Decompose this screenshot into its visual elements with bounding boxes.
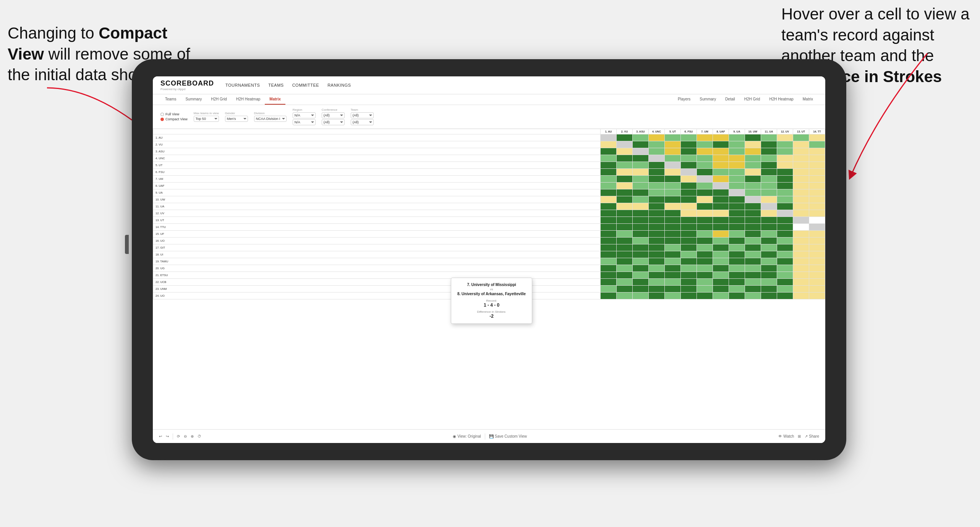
matrix-cell[interactable] bbox=[745, 272, 761, 279]
matrix-cell[interactable] bbox=[617, 279, 633, 286]
matrix-cell[interactable] bbox=[681, 162, 697, 169]
matrix-cell[interactable] bbox=[729, 279, 745, 286]
matrix-cell[interactable] bbox=[601, 196, 617, 203]
division-select[interactable]: NCAA Division I bbox=[254, 116, 287, 122]
matrix-cell[interactable] bbox=[617, 217, 633, 224]
matrix-cell[interactable] bbox=[777, 272, 793, 279]
matrix-cell[interactable] bbox=[665, 279, 681, 286]
matrix-cell[interactable] bbox=[793, 251, 809, 258]
gender-select[interactable]: Men's bbox=[225, 116, 248, 122]
matrix-cell[interactable] bbox=[617, 141, 633, 148]
matrix-cell[interactable] bbox=[745, 279, 761, 286]
matrix-cell[interactable] bbox=[601, 148, 617, 155]
matrix-cell[interactable] bbox=[601, 272, 617, 279]
matrix-cell[interactable] bbox=[601, 162, 617, 169]
matrix-cell[interactable] bbox=[665, 224, 681, 231]
matrix-cell[interactable] bbox=[681, 238, 697, 244]
matrix-cell[interactable] bbox=[697, 286, 713, 293]
matrix-cell[interactable] bbox=[761, 155, 777, 162]
matrix-cell[interactable] bbox=[809, 183, 825, 189]
matrix-cell[interactable] bbox=[777, 176, 793, 183]
matrix-cell[interactable] bbox=[761, 189, 777, 196]
matrix-cell[interactable] bbox=[601, 231, 617, 238]
matrix-cell[interactable] bbox=[633, 217, 649, 224]
matrix-cell[interactable] bbox=[777, 189, 793, 196]
matrix-cell[interactable] bbox=[777, 231, 793, 238]
matrix-cell[interactable] bbox=[697, 176, 713, 183]
matrix-cell[interactable] bbox=[649, 196, 665, 203]
nav-committee[interactable]: COMMITTEE bbox=[292, 83, 319, 87]
matrix-cell[interactable] bbox=[665, 217, 681, 224]
matrix-cell[interactable] bbox=[777, 238, 793, 244]
redo-button[interactable]: ↪ bbox=[166, 434, 169, 438]
matrix-cell[interactable] bbox=[729, 203, 745, 210]
matrix-cell[interactable] bbox=[713, 293, 729, 299]
matrix-cell[interactable] bbox=[617, 162, 633, 169]
matrix-cell[interactable] bbox=[761, 293, 777, 299]
matrix-cell[interactable] bbox=[793, 265, 809, 272]
matrix-cell[interactable] bbox=[665, 272, 681, 279]
matrix-cell[interactable] bbox=[601, 238, 617, 244]
matrix-cell[interactable] bbox=[633, 231, 649, 238]
matrix-cell[interactable] bbox=[601, 258, 617, 265]
team-select-1[interactable]: (All) bbox=[351, 112, 374, 118]
matrix-cell[interactable] bbox=[713, 169, 729, 176]
matrix-cell[interactable] bbox=[665, 258, 681, 265]
matrix-cell[interactable] bbox=[793, 162, 809, 169]
matrix-cell[interactable] bbox=[745, 183, 761, 189]
matrix-cell[interactable] bbox=[713, 196, 729, 203]
matrix-cell[interactable] bbox=[793, 148, 809, 155]
matrix-cell[interactable] bbox=[809, 217, 825, 224]
matrix-cell[interactable] bbox=[697, 141, 713, 148]
matrix-cell[interactable] bbox=[793, 286, 809, 293]
matrix-cell[interactable] bbox=[633, 279, 649, 286]
matrix-cell[interactable] bbox=[649, 210, 665, 217]
matrix-cell[interactable] bbox=[633, 272, 649, 279]
matrix-cell[interactable] bbox=[745, 217, 761, 224]
matrix-cell[interactable] bbox=[601, 244, 617, 251]
matrix-cell[interactable] bbox=[617, 169, 633, 176]
tab-matrix-l[interactable]: Matrix bbox=[265, 94, 285, 105]
compact-view-radio[interactable] bbox=[160, 118, 164, 121]
matrix-cell[interactable] bbox=[697, 210, 713, 217]
matrix-cell[interactable] bbox=[745, 265, 761, 272]
matrix-cell[interactable] bbox=[761, 244, 777, 251]
matrix-cell[interactable] bbox=[809, 293, 825, 299]
matrix-cell[interactable] bbox=[633, 293, 649, 299]
matrix-cell[interactable] bbox=[729, 176, 745, 183]
matrix-cell[interactable] bbox=[665, 141, 681, 148]
matrix-cell[interactable] bbox=[729, 210, 745, 217]
matrix-cell[interactable] bbox=[601, 183, 617, 189]
matrix-cell[interactable] bbox=[649, 183, 665, 189]
matrix-cell[interactable] bbox=[793, 169, 809, 176]
matrix-cell[interactable] bbox=[761, 162, 777, 169]
matrix-cell[interactable] bbox=[617, 196, 633, 203]
matrix-cell[interactable] bbox=[793, 196, 809, 203]
matrix-cell[interactable] bbox=[745, 176, 761, 183]
matrix-cell[interactable] bbox=[793, 203, 809, 210]
conference-select-2[interactable]: (All) bbox=[322, 119, 345, 125]
tab-players[interactable]: Players bbox=[673, 94, 695, 105]
matrix-cell[interactable] bbox=[729, 238, 745, 244]
matrix-cell[interactable] bbox=[713, 231, 729, 238]
matrix-cell[interactable] bbox=[617, 148, 633, 155]
matrix-cell[interactable] bbox=[617, 134, 633, 141]
matrix-cell[interactable] bbox=[745, 258, 761, 265]
matrix-cell[interactable] bbox=[697, 183, 713, 189]
matrix-cell[interactable] bbox=[601, 169, 617, 176]
matrix-cell[interactable] bbox=[681, 203, 697, 210]
matrix-cell[interactable] bbox=[617, 265, 633, 272]
matrix-cell[interactable] bbox=[729, 169, 745, 176]
matrix-cell[interactable] bbox=[745, 162, 761, 169]
tab-h2h-heatmap-r[interactable]: H2H Heatmap bbox=[765, 94, 798, 105]
matrix-cell[interactable] bbox=[809, 265, 825, 272]
matrix-cell[interactable] bbox=[665, 162, 681, 169]
matrix-cell[interactable] bbox=[617, 231, 633, 238]
matrix-cell[interactable] bbox=[809, 189, 825, 196]
matrix-cell[interactable] bbox=[809, 141, 825, 148]
matrix-cell[interactable] bbox=[681, 272, 697, 279]
matrix-cell[interactable] bbox=[633, 155, 649, 162]
matrix-cell[interactable] bbox=[777, 293, 793, 299]
matrix-cell[interactable] bbox=[777, 265, 793, 272]
matrix-cell[interactable] bbox=[633, 148, 649, 155]
